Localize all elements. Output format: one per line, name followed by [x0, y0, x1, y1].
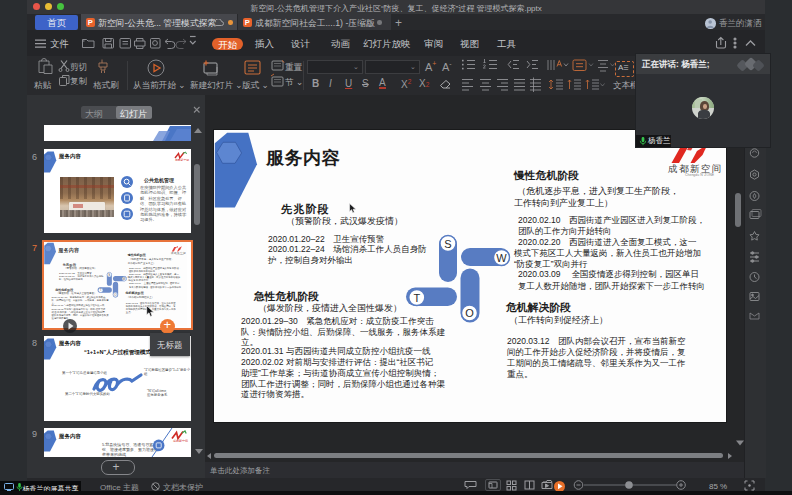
svg-text:O: O [465, 307, 474, 319]
svg-text:成都新空间: 成都新空间 [175, 158, 189, 161]
svg-text:T: T [100, 288, 102, 292]
svg-text:S: S [444, 238, 451, 250]
svg-text:W: W [496, 252, 507, 264]
svg-text:T: T [413, 292, 420, 304]
svg-text:W: W [123, 277, 126, 281]
svg-text:S: S [108, 273, 110, 277]
